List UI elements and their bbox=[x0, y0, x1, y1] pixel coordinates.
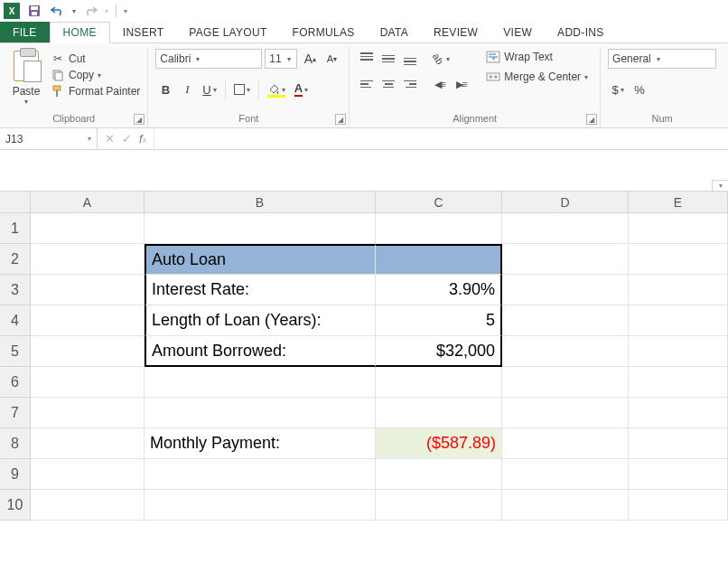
increase-font-button[interactable]: A▴ bbox=[300, 49, 320, 69]
cell-e3[interactable] bbox=[629, 275, 728, 305]
tab-insert[interactable]: INSERT bbox=[110, 22, 177, 42]
cell-e10[interactable] bbox=[629, 490, 728, 521]
cell-d9[interactable] bbox=[502, 459, 629, 490]
expand-formula-bar-button[interactable]: ▾ bbox=[712, 180, 728, 191]
merge-center-button[interactable]: Merge & Center ▾ bbox=[481, 69, 593, 85]
cell-e2[interactable] bbox=[629, 244, 728, 275]
cell-a7[interactable] bbox=[31, 398, 145, 428]
align-bottom-button[interactable] bbox=[400, 49, 420, 69]
cell-b4[interactable]: Length of Loan (Years): bbox=[145, 305, 376, 336]
row-header-8[interactable]: 8 bbox=[0, 428, 31, 459]
italic-button[interactable]: I bbox=[177, 80, 197, 99]
cell-b9[interactable] bbox=[145, 459, 376, 490]
row-header-4[interactable]: 4 bbox=[0, 305, 31, 336]
cell-d8[interactable] bbox=[502, 428, 629, 459]
row-header-10[interactable]: 10 bbox=[0, 490, 31, 521]
cell-c6[interactable] bbox=[376, 367, 502, 398]
col-header-d[interactable]: D bbox=[502, 192, 629, 213]
cell-a2[interactable] bbox=[31, 244, 145, 275]
copy-button[interactable]: Copy ▾ bbox=[51, 69, 140, 81]
tab-review[interactable]: REVIEW bbox=[421, 22, 490, 42]
font-size-combo[interactable]: 11▾ bbox=[265, 49, 297, 69]
cut-button[interactable]: ✂ Cut bbox=[51, 52, 140, 65]
cell-d2[interactable] bbox=[502, 244, 629, 275]
cell-c7[interactable] bbox=[376, 398, 502, 428]
save-button[interactable] bbox=[25, 2, 43, 20]
cell-c3[interactable]: 3.90% bbox=[376, 275, 502, 305]
row-header-6[interactable]: 6 bbox=[0, 367, 31, 398]
undo-dropdown[interactable]: ▾ bbox=[72, 7, 76, 15]
cell-d1[interactable] bbox=[502, 213, 629, 244]
cell-e7[interactable] bbox=[629, 398, 728, 428]
cell-c8[interactable]: ($587.89) bbox=[376, 428, 502, 459]
cell-e9[interactable] bbox=[629, 459, 728, 490]
cell-b10[interactable] bbox=[145, 490, 376, 521]
col-header-e[interactable]: E bbox=[629, 192, 728, 213]
percent-format-button[interactable]: % bbox=[630, 80, 649, 99]
align-top-button[interactable] bbox=[357, 49, 377, 69]
formula-input[interactable] bbox=[154, 128, 728, 149]
borders-button[interactable]: ▾ bbox=[230, 80, 254, 99]
align-middle-button[interactable] bbox=[378, 49, 398, 69]
cell-b5[interactable]: Amount Borrowed: bbox=[145, 336, 376, 367]
cell-e1[interactable] bbox=[629, 213, 728, 244]
cell-e4[interactable] bbox=[629, 305, 728, 336]
tab-page-layout[interactable]: PAGE LAYOUT bbox=[176, 22, 279, 42]
underline-button[interactable]: U▾ bbox=[199, 80, 219, 99]
tab-view[interactable]: VIEW bbox=[490, 22, 545, 42]
align-left-button[interactable] bbox=[357, 74, 377, 94]
insert-function-button[interactable]: fx bbox=[139, 132, 146, 146]
cell-c5[interactable]: $32,000 bbox=[376, 336, 502, 367]
accounting-format-button[interactable]: $▾ bbox=[608, 80, 628, 99]
col-header-b[interactable]: B bbox=[145, 192, 376, 213]
cell-c1[interactable] bbox=[376, 213, 502, 244]
cell-b6[interactable] bbox=[145, 367, 376, 398]
cell-e6[interactable] bbox=[629, 367, 728, 398]
cell-b8[interactable]: Monthly Payment: bbox=[145, 428, 376, 459]
select-all-corner[interactable] bbox=[0, 192, 31, 213]
cell-a1[interactable] bbox=[31, 213, 145, 244]
font-dialog-launcher[interactable]: ◢ bbox=[335, 114, 346, 125]
tab-formulas[interactable]: FORMULAS bbox=[280, 22, 368, 42]
cell-d3[interactable] bbox=[502, 275, 629, 305]
decrease-indent-button[interactable]: ◀≡ bbox=[429, 74, 449, 94]
col-header-c[interactable]: C bbox=[376, 192, 502, 213]
name-box[interactable]: J13 ▾ bbox=[0, 128, 98, 149]
row-header-5[interactable]: 5 bbox=[0, 336, 31, 367]
decrease-font-button[interactable]: A▾ bbox=[322, 49, 341, 69]
number-format-combo[interactable]: General▾ bbox=[608, 49, 716, 69]
col-header-a[interactable]: A bbox=[31, 192, 145, 213]
row-header-1[interactable]: 1 bbox=[0, 213, 31, 244]
paste-button[interactable]: Paste ▾ bbox=[7, 49, 45, 106]
tab-file[interactable]: FILE bbox=[0, 22, 50, 42]
increase-indent-button[interactable]: ▶≡ bbox=[451, 74, 471, 94]
cancel-formula-button[interactable]: ✕ bbox=[105, 132, 115, 146]
cell-a6[interactable] bbox=[31, 367, 145, 398]
cell-c2[interactable] bbox=[376, 244, 502, 275]
tab-home[interactable]: HOME bbox=[50, 22, 110, 43]
row-header-7[interactable]: 7 bbox=[0, 398, 31, 428]
cell-d10[interactable] bbox=[502, 490, 629, 521]
redo-dropdown[interactable]: ▾ bbox=[105, 7, 108, 15]
cell-d6[interactable] bbox=[502, 367, 629, 398]
cell-a4[interactable] bbox=[31, 305, 145, 336]
cell-d4[interactable] bbox=[502, 305, 629, 336]
clipboard-dialog-launcher[interactable]: ◢ bbox=[134, 114, 145, 125]
cell-a3[interactable] bbox=[31, 275, 145, 305]
font-color-button[interactable]: A▾ bbox=[291, 80, 312, 99]
undo-button[interactable] bbox=[49, 2, 67, 20]
cell-e5[interactable] bbox=[629, 336, 728, 367]
cell-b7[interactable] bbox=[145, 398, 376, 428]
wrap-text-button[interactable]: Wrap Text bbox=[481, 49, 593, 65]
align-right-button[interactable] bbox=[400, 74, 420, 94]
fill-color-button[interactable]: ▾ bbox=[264, 80, 289, 99]
cell-e8[interactable] bbox=[629, 428, 728, 459]
cell-c9[interactable] bbox=[376, 459, 502, 490]
align-center-button[interactable] bbox=[378, 74, 398, 94]
cell-b2[interactable]: Auto Loan bbox=[145, 244, 376, 275]
alignment-dialog-launcher[interactable]: ◢ bbox=[586, 114, 597, 125]
font-name-combo[interactable]: Calibri▾ bbox=[155, 49, 262, 69]
format-painter-button[interactable]: Format Painter bbox=[51, 85, 140, 98]
cell-d5[interactable] bbox=[502, 336, 629, 367]
tab-addins[interactable]: ADD-INS bbox=[545, 22, 616, 42]
